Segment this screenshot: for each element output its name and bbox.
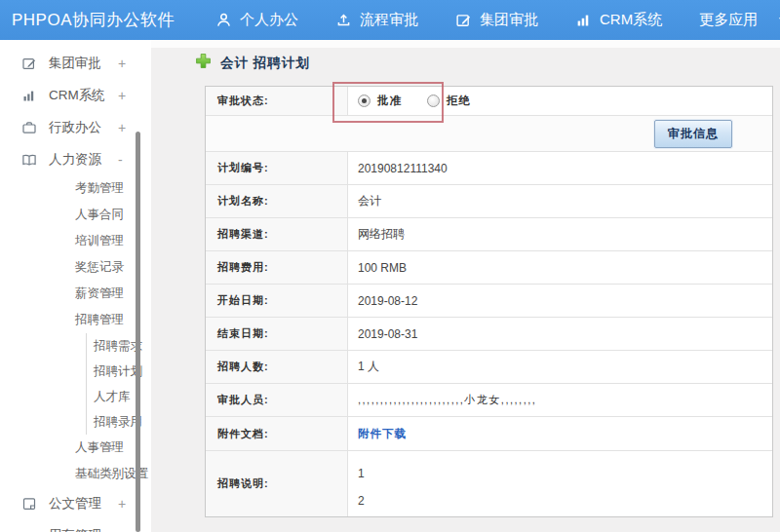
recruitment-plan-detail-table: 审批状态: 批准 拒绝 审批信息 计划编号: 20190812111: [205, 86, 773, 517]
sidebar-item-recruitment-hiring[interactable]: 招聘录用: [87, 409, 151, 435]
sidebar-item-talent-pool[interactable]: 人才库: [87, 384, 151, 409]
nav-more-apps[interactable]: 更多应用: [699, 11, 758, 29]
top-navigation: 个人办公 流程审批 集团审批: [215, 11, 780, 29]
sidebar-item-salary-management[interactable]: 薪资管理 +: [0, 281, 151, 307]
expand-toggle[interactable]: +: [118, 56, 126, 71]
main-content: 会计 招聘计划 审批状态: 批准 拒绝 审批信息: [151, 40, 780, 532]
nav-crm-system[interactable]: CRM系统: [575, 11, 662, 29]
sidebar-item-training-management[interactable]: 培训管理: [0, 228, 151, 254]
nav-group-approval[interactable]: 集团审批: [455, 11, 538, 29]
person-icon: [215, 12, 232, 28]
attachment-download-link[interactable]: 附件下载: [358, 427, 407, 441]
top-bar: PHPOA协同办公软件 个人办公 流程审批: [0, 0, 780, 40]
sidebar-item-admin-office[interactable]: 行政办公 +: [0, 111, 151, 143]
field-label: 招聘人数:: [206, 351, 348, 383]
end-date-value: 2019-08-31: [348, 318, 772, 350]
table-row: 招聘说明: 1 2: [206, 451, 772, 516]
plan-name-value: 会计: [348, 185, 772, 217]
collapse-toggle[interactable]: -: [118, 152, 123, 168]
sidebar-item-crm-system[interactable]: CRM系统 +: [0, 79, 151, 111]
approve-radio-option[interactable]: 批准: [358, 94, 402, 108]
collapse-toggle[interactable]: -: [105, 313, 110, 328]
table-row: 附件文档: 附件下载: [206, 417, 772, 451]
page-title: 会计 招聘计划: [195, 53, 310, 73]
expand-toggle[interactable]: +: [118, 496, 126, 512]
sidebar-item-document-management[interactable]: 公文管理 +: [0, 487, 151, 519]
edit-icon: [21, 56, 37, 71]
table-row: 计划编号: 20190812111340: [206, 152, 772, 185]
app-window: PHPOA协同办公软件 个人办公 流程审批: [0, 0, 780, 532]
field-label: 招聘渠道:: [206, 218, 348, 250]
page-title-text: 会计 招聘计划: [220, 55, 310, 72]
reject-radio-option[interactable]: 拒绝: [427, 94, 471, 108]
sidebar-item-recruitment-demand[interactable]: 招聘需求: [87, 333, 151, 359]
approval-action-row: 审批信息: [206, 116, 772, 152]
table-row: 结束日期: 2019-08-31: [206, 318, 772, 351]
field-label: 招聘费用:: [206, 251, 348, 284]
recruitment-submenu: 招聘需求 招聘计划 人才库 招聘录用: [86, 333, 151, 435]
radio-unchecked-icon[interactable]: [427, 95, 440, 107]
add-plus-icon[interactable]: [195, 53, 212, 73]
chart-icon: [21, 88, 37, 103]
vehicle-icon: [21, 528, 37, 532]
table-row: 审批人员: ,,,,,,,,,,,,,,,,,,,,,,,,小龙女,,,,,,,…: [206, 384, 772, 417]
table-row: 招聘渠道: 网络招聘: [206, 218, 772, 251]
plan-number-value: 20190812111340: [348, 152, 772, 184]
expand-toggle[interactable]: +: [118, 528, 126, 532]
field-label: 审批人员:: [206, 384, 348, 416]
nav-personal-office[interactable]: 个人办公: [215, 11, 298, 29]
book-icon: [21, 152, 37, 168]
expand-toggle[interactable]: +: [118, 88, 126, 103]
nav-process-approval[interactable]: 流程审批: [335, 11, 418, 29]
app-logo: PHPOA协同办公软件: [0, 9, 175, 31]
start-date-value: 2019-08-12: [348, 285, 772, 317]
recruitment-channel-value: 网络招聘: [348, 218, 772, 250]
sidebar-item-vehicle-management[interactable]: 用车管理 +: [0, 519, 151, 532]
field-label: 附件文档:: [206, 417, 348, 450]
sidebar-item-reward-punishment-records[interactable]: 奖惩记录: [0, 254, 151, 281]
sidebar-item-basic-category-settings[interactable]: 基础类别设置 +: [0, 461, 151, 487]
table-row: 招聘人数: 1 人: [206, 351, 772, 384]
sidebar: 集团审批 + CRM系统 + 行政办公 +: [0, 40, 151, 532]
field-label: 计划名称:: [206, 185, 348, 217]
document-icon: [21, 496, 37, 512]
content-top-strip: [151, 40, 780, 48]
sidebar-item-recruitment-management[interactable]: 招聘管理 -: [0, 307, 151, 333]
chart-icon: [575, 12, 592, 28]
sidebar-item-personnel-management[interactable]: 人事管理 +: [0, 435, 151, 461]
flow-icon: [335, 12, 352, 28]
approval-info-button[interactable]: 审批信息: [654, 120, 732, 148]
field-label: 审批状态:: [206, 87, 348, 115]
sidebar-item-personnel-contract[interactable]: 人事合同: [0, 202, 151, 228]
approval-status-row: 审批状态: 批准 拒绝: [206, 87, 772, 116]
briefcase-icon: [21, 120, 37, 135]
approvers-value: ,,,,,,,,,,,,,,,,,,,,,,,,小龙女,,,,,,,,: [348, 384, 772, 416]
edit-icon: [455, 12, 472, 28]
sidebar-scrollbar[interactable]: [136, 132, 140, 532]
sidebar-item-recruitment-plan[interactable]: 招聘计划: [87, 359, 151, 384]
expand-toggle[interactable]: +: [105, 467, 113, 482]
field-label: 结束日期:: [206, 318, 348, 350]
field-label: 计划编号:: [206, 152, 348, 184]
expand-toggle[interactable]: +: [105, 440, 113, 456]
recruitment-description-value: 1 2: [348, 451, 772, 516]
expand-toggle[interactable]: +: [118, 120, 126, 135]
field-label: 开始日期:: [206, 285, 348, 317]
sidebar-item-attendance-management[interactable]: 考勤管理: [0, 175, 151, 202]
field-label: 招聘说明:: [206, 451, 348, 516]
sidebar-item-group-approval[interactable]: 集团审批 +: [0, 47, 151, 79]
headcount-value: 1 人: [348, 351, 772, 383]
table-row: 开始日期: 2019-08-12: [206, 285, 772, 318]
sidebar-item-human-resources[interactable]: 人力资源 -: [0, 143, 151, 175]
expand-toggle[interactable]: +: [105, 286, 113, 302]
table-row: 计划名称: 会计: [206, 185, 772, 218]
radio-checked-icon[interactable]: [358, 95, 370, 107]
approval-status-options: 批准 拒绝: [348, 87, 772, 115]
recruitment-cost-value: 100 RMB: [348, 251, 772, 284]
table-row: 招聘费用: 100 RMB: [206, 251, 772, 285]
